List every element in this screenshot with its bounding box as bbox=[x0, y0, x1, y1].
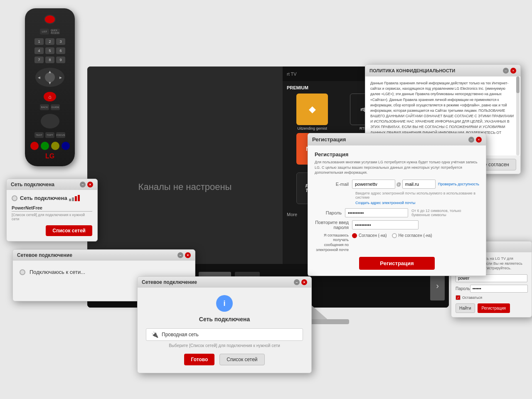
close-button[interactable]: × bbox=[87, 182, 93, 187]
home-button[interactable]: ⌂ bbox=[44, 92, 56, 101]
close-button-3[interactable]: × bbox=[301, 279, 307, 285]
color-green-button[interactable] bbox=[41, 142, 49, 150]
button-2[interactable]: 2 bbox=[45, 38, 54, 45]
agree-row: Я соглашаюсь получать сообщения по элект… bbox=[315, 233, 479, 253]
reg-close-button[interactable]: × bbox=[476, 137, 482, 143]
privacy-minimize-button[interactable]: – bbox=[503, 68, 509, 74]
close-button-2[interactable]: × bbox=[185, 252, 191, 258]
ready-button[interactable]: Готово bbox=[184, 354, 214, 365]
tv-panel-title: rt TV bbox=[287, 71, 297, 76]
list-button[interactable]: LIST bbox=[40, 29, 49, 34]
agree-yes-option[interactable]: Согласен (-на) bbox=[352, 233, 387, 238]
wired-label: Проводная сеть bbox=[162, 332, 199, 337]
email-row: E-mail @ Проверить доступность bbox=[315, 180, 479, 189]
wifi-bar-3 bbox=[75, 196, 77, 201]
reg-title: Регистрация bbox=[312, 136, 346, 143]
scroll-wheel[interactable] bbox=[41, 114, 59, 128]
password-label: Пароль bbox=[315, 210, 345, 215]
confirm-label: Повторите введ пароля bbox=[315, 220, 352, 230]
email-note2[interactable]: Создать адрес электронной почты bbox=[315, 201, 479, 205]
net-connected-center-header: Сетевое подключение – × bbox=[138, 277, 311, 288]
agree-no-label: Не согласен (-на) bbox=[399, 233, 432, 238]
app-uitzending[interactable]: ◆ Uitzending gemist bbox=[287, 94, 338, 131]
agree-label: Я соглашаюсь получать сообщения по элект… bbox=[315, 233, 352, 253]
guide-button[interactable]: GUIDE bbox=[51, 104, 60, 110]
reg-dialog-body: Регистрация Для пользования многими услу… bbox=[308, 145, 486, 276]
list-button-2[interactable]: Список сетей bbox=[219, 354, 264, 365]
net-list-button[interactable]: Список сетей bbox=[46, 225, 92, 236]
reg-desc: Для пользования многими услугами LG потр… bbox=[315, 160, 479, 175]
agree-no-option[interactable]: Не согласен (-на) bbox=[392, 233, 432, 238]
privacy-header: ПОЛИТИКА КОНФИДЕНЦИАЛЬНОСТИ – × bbox=[365, 65, 520, 76]
minimize-button[interactable]: – bbox=[80, 182, 86, 187]
remote-control: LIST QUICK ACCESS 1 2 3 4 5 6 7 8 9 ▲ ▼ … bbox=[25, 8, 75, 166]
button-4[interactable]: 4 bbox=[34, 47, 44, 54]
dialog-controls-3: – × bbox=[294, 279, 307, 285]
register-button[interactable]: Регистрация bbox=[478, 303, 510, 313]
remember-row: ✓ Оставаться bbox=[456, 295, 527, 300]
button-3[interactable]: 3 bbox=[56, 38, 65, 45]
wired-hint: Выберите [Список сетей] для подключения … bbox=[169, 343, 280, 348]
color-yellow-button[interactable] bbox=[51, 142, 59, 150]
wifi-bars bbox=[69, 195, 80, 201]
scrollbar-thumb[interactable] bbox=[516, 76, 520, 93]
button-8[interactable]: 8 bbox=[45, 57, 54, 63]
registration-dialog: Регистрация – × Регистрация Для пользова… bbox=[308, 133, 486, 276]
minimize-button-2[interactable]: – bbox=[177, 252, 183, 258]
email-note: Введите адрес электронной почты использу… bbox=[315, 191, 479, 200]
confirm-row: Повторите введ пароля bbox=[315, 220, 479, 230]
net-connecting-title: Сетевое подключение bbox=[17, 252, 72, 258]
info-icon: i bbox=[216, 295, 233, 312]
color-red-button[interactable] bbox=[30, 142, 39, 150]
privacy-controls: – × bbox=[503, 68, 516, 74]
no-channel-message: Каналы не настроены bbox=[138, 182, 232, 192]
power-button[interactable] bbox=[44, 15, 56, 24]
text-button[interactable]: TEXT bbox=[34, 132, 44, 138]
net-connected-body: Сеть подключена PowerNetFree [Список сет… bbox=[7, 190, 97, 241]
reg-heading: Регистрация bbox=[315, 151, 479, 158]
back-button[interactable]: BACK bbox=[40, 104, 49, 110]
password-input[interactable] bbox=[345, 208, 408, 217]
minimize-button-3[interactable]: – bbox=[294, 279, 300, 285]
button-5[interactable]: 5 bbox=[45, 47, 54, 54]
button-6[interactable]: 6 bbox=[56, 47, 65, 54]
email-input[interactable] bbox=[352, 180, 395, 189]
dpad[interactable]: ▲ ▼ ◄ ► bbox=[35, 68, 64, 87]
scrollbar-track[interactable] bbox=[516, 76, 520, 155]
domain-input[interactable] bbox=[402, 180, 436, 189]
focus-button[interactable]: FOCUS bbox=[56, 132, 65, 138]
login-password-row: Пароль bbox=[456, 285, 527, 293]
net-status-row: Сеть подключена bbox=[12, 195, 92, 201]
net-connected-small-title: Сеть подключена bbox=[11, 182, 54, 187]
app-uitzending-label: Uitzending gemist bbox=[298, 126, 328, 131]
net-name: PowerNetFree bbox=[12, 205, 92, 212]
verify-link[interactable]: Проверить доступность bbox=[438, 182, 479, 186]
net-connected-center-dialog: Сетевое подключение – × i Сеть подключен… bbox=[137, 276, 312, 373]
confirm-input[interactable] bbox=[352, 220, 419, 229]
net-hint: [Список сетей] для подключения к нужной … bbox=[12, 213, 92, 221]
quick-access-button[interactable]: QUICK ACCESS bbox=[51, 29, 60, 34]
find-button[interactable]: Найти bbox=[456, 303, 475, 313]
net-connected-small-header: Сеть подключена – × bbox=[7, 179, 97, 190]
agree-yes-label: Согласен (-на) bbox=[359, 233, 387, 238]
reg-minimize-button[interactable]: – bbox=[468, 137, 474, 143]
login-password-label: Пароль bbox=[456, 286, 470, 291]
lg-remote-logo: LG bbox=[45, 153, 54, 160]
remember-checkbox[interactable]: ✓ bbox=[456, 295, 461, 300]
dialog-controls: – × bbox=[80, 182, 93, 187]
topt-button[interactable]: TOPT bbox=[45, 132, 54, 138]
agree-no-radio[interactable] bbox=[392, 233, 397, 238]
agree-options: Согласен (-на) Не согласен (-на) bbox=[352, 233, 432, 238]
password-hint: От 6 до 12 символов, только буквенные си… bbox=[411, 209, 479, 217]
agree-yes-radio[interactable] bbox=[352, 233, 357, 238]
dialog-controls-2: – × bbox=[177, 252, 191, 258]
login-btn-row: Найти Регистрация bbox=[456, 303, 527, 313]
button-7[interactable]: 7 bbox=[34, 57, 44, 63]
privacy-close-button[interactable]: × bbox=[510, 68, 516, 74]
button-1[interactable]: 1 bbox=[34, 38, 44, 45]
email-label: E-mail bbox=[315, 182, 352, 187]
color-blue-button[interactable] bbox=[62, 142, 70, 150]
reg-submit-button[interactable]: Регистрация bbox=[359, 257, 434, 270]
login-password-input[interactable] bbox=[470, 285, 528, 293]
button-9[interactable]: 9 bbox=[56, 57, 65, 63]
